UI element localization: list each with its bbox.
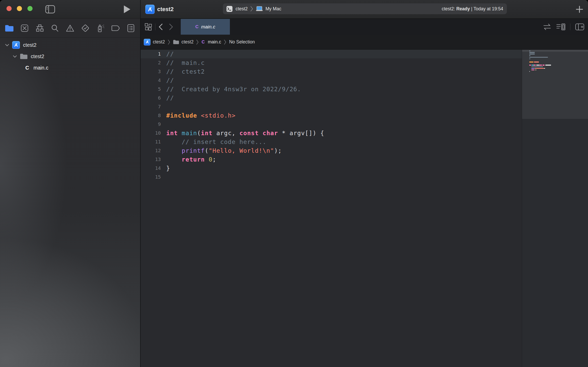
tab-issue-navigator[interactable]	[64, 22, 76, 34]
minimap-bar	[535, 68, 544, 69]
line-number[interactable]: 9	[141, 120, 161, 129]
breadcrumb-file[interactable]: main.c	[208, 39, 221, 45]
source-control-icon	[21, 24, 28, 32]
editor-options-button[interactable]	[556, 23, 566, 30]
tab-source-control-navigator[interactable]	[19, 22, 30, 34]
minimap-bar	[529, 55, 530, 56]
code-text: //	[166, 94, 174, 102]
minimap-bar	[529, 52, 535, 53]
code-line[interactable]: 2// main.c	[141, 58, 522, 67]
tree-item-label[interactable]: ctest2	[23, 42, 36, 48]
minimize-window-button[interactable]	[17, 6, 22, 11]
breakpoint-tag-icon	[111, 25, 120, 32]
close-window-button[interactable]	[6, 6, 12, 11]
line-number[interactable]: 8	[141, 111, 161, 120]
code-line[interactable]: 15	[141, 173, 522, 181]
code-text: int main(int argc, const char * argv[]) …	[166, 129, 324, 137]
library-add-button[interactable]	[574, 0, 585, 19]
chevron-down-icon[interactable]	[13, 55, 17, 58]
code-line[interactable]: 7	[141, 102, 522, 111]
code-text: }	[166, 164, 170, 173]
tab-project-navigator[interactable]	[4, 22, 15, 34]
activity-view[interactable]: ctest2 My Mac ctest2: Ready | Today at 1…	[223, 3, 507, 14]
zoom-window-button[interactable]	[27, 6, 33, 11]
code-review-button[interactable]	[543, 24, 552, 30]
chevron-down-icon[interactable]	[5, 44, 9, 46]
code-text: // ctest2	[166, 67, 205, 76]
minimap-bar	[529, 65, 531, 66]
line-number[interactable]: 3	[141, 67, 161, 76]
code-line[interactable]: 5// Created by 4nsw3r on 2022/9/26.	[141, 85, 522, 94]
warning-triangle-icon	[66, 24, 74, 32]
tab-label[interactable]: main.c	[201, 24, 215, 30]
chevron-separator-icon	[224, 40, 226, 45]
project-app-store-icon	[12, 41, 20, 49]
code-line[interactable]: 13 return 0;	[141, 155, 522, 164]
code-line[interactable]: 1//	[141, 50, 522, 58]
breadcrumb-project[interactable]: ctest2	[153, 39, 165, 45]
plus-icon	[576, 5, 583, 13]
run-destination-name[interactable]: My Mac	[266, 6, 281, 12]
minimap-bar	[534, 65, 536, 66]
code-line[interactable]: 4//	[141, 76, 522, 85]
line-number[interactable]: 15	[141, 173, 161, 181]
tab-breakpoint-navigator[interactable]	[110, 22, 121, 34]
line-number[interactable]: 6	[141, 94, 161, 102]
minimap-bar	[542, 65, 545, 66]
tab-symbol-navigator[interactable]	[34, 22, 46, 34]
code-line[interactable]: 9	[141, 120, 522, 129]
toolbar: ctest2 ctest2 My Mac ctes	[0, 0, 588, 19]
code-text: #include <stdio.h>	[166, 111, 236, 120]
code-text: return 0;	[166, 155, 216, 164]
tree-item-label[interactable]: ctest2	[31, 53, 44, 59]
code-text: printf("Hello, World!\n");	[166, 146, 282, 155]
line-number[interactable]: 2	[141, 58, 161, 67]
breadcrumb-group[interactable]: ctest2	[182, 39, 194, 45]
line-number[interactable]: 12	[141, 146, 161, 155]
navigator-sidebar: ctest2 ctest2 C main.c	[0, 19, 140, 367]
line-number[interactable]: 14	[141, 164, 161, 173]
run-button[interactable]	[121, 0, 133, 19]
line-number[interactable]: 5	[141, 85, 161, 94]
tree-item-label[interactable]: main.c	[33, 65, 48, 71]
code-line[interactable]: 3// ctest2	[141, 67, 522, 76]
toggle-sidebar-button[interactable]	[44, 0, 56, 19]
tree-row-group[interactable]: ctest2	[0, 51, 140, 62]
code-text: // Created by 4nsw3r on 2022/9/26.	[166, 85, 301, 94]
related-items-button[interactable]	[143, 18, 154, 36]
go-back-button[interactable]	[155, 18, 166, 36]
c-file-icon: C	[201, 40, 205, 45]
code-line[interactable]: 11 // insert code here...	[141, 137, 522, 146]
breadcrumb-symbol[interactable]: No Selection	[229, 39, 255, 45]
tab-test-navigator[interactable]	[80, 22, 91, 34]
tree-row-project[interactable]: ctest2	[0, 39, 140, 51]
line-number[interactable]: 4	[141, 76, 161, 85]
code-line[interactable]: 10int main(int argc, const char * argv[]…	[141, 129, 522, 137]
code-line[interactable]: 8#include <stdio.h>	[141, 111, 522, 120]
tab-debug-navigator[interactable]	[95, 22, 106, 34]
editor-tab-bar: C main.c	[141, 19, 588, 35]
code-line[interactable]: 14}	[141, 164, 522, 173]
tab-report-navigator[interactable]	[125, 22, 137, 34]
tab-find-navigator[interactable]	[49, 22, 61, 34]
tab-main-c[interactable]: C main.c	[181, 19, 230, 35]
scheme-target-icon	[226, 6, 233, 12]
minimap[interactable]	[522, 50, 588, 367]
code-line[interactable]: 6//	[141, 94, 522, 102]
minimap-bar	[536, 65, 539, 66]
navigator-tab-bar	[0, 19, 140, 38]
add-editor-button[interactable]	[575, 23, 584, 30]
line-number[interactable]: 11	[141, 137, 161, 146]
line-number[interactable]: 10	[141, 129, 161, 137]
line-number[interactable]: 7	[141, 102, 161, 111]
code-line[interactable]: 12 printf("Hello, World!\n");	[141, 146, 522, 155]
tree-row-file-selected[interactable]: C main.c	[0, 62, 140, 73]
source-editor[interactable]: 1//2// main.c3// ctest24//5// Created by…	[141, 50, 522, 367]
minimap-bar	[536, 70, 536, 71]
folder-icon	[173, 40, 179, 44]
line-number[interactable]: 13	[141, 155, 161, 164]
line-number[interactable]: 1	[141, 50, 161, 58]
go-forward-button[interactable]	[166, 18, 176, 36]
minimap-bar	[529, 57, 548, 58]
scheme-name[interactable]: ctest2	[236, 6, 248, 12]
